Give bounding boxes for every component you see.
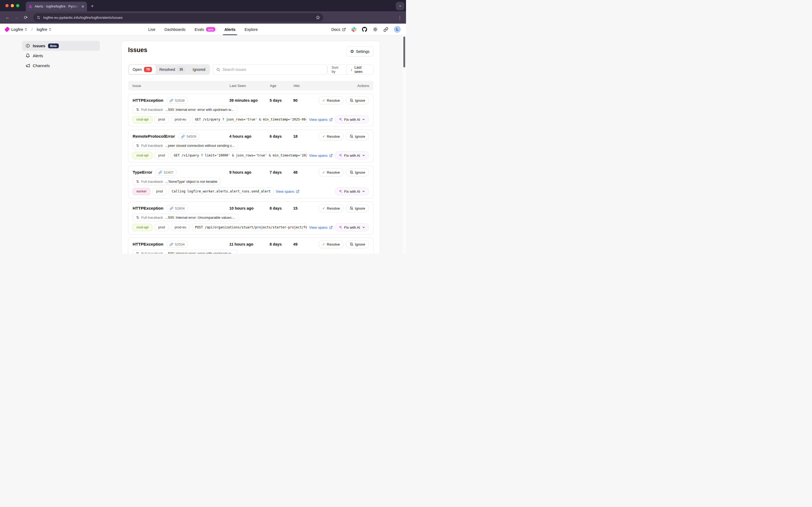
bell-slash-icon [349, 170, 354, 174]
docs-link[interactable]: Docs [331, 27, 346, 32]
sidebar: IssuesBetaAlertsChannels [22, 41, 100, 71]
issues-panel: Issues ⚙ Settings Open79Resolved35Ignore… [121, 41, 380, 253]
browser-menu-icon[interactable]: ⋮ [398, 15, 402, 20]
ignore-button[interactable]: Ignore [346, 168, 369, 176]
fix-with-ai-button[interactable]: Fix with AI [335, 115, 369, 123]
github-icon[interactable] [362, 27, 367, 32]
search-input[interactable] [223, 67, 324, 72]
nav-item-label: Alerts [224, 27, 235, 32]
fix-with-ai-button[interactable]: Fix with AI [335, 187, 369, 195]
sidebar-item-label: Channels [33, 63, 50, 68]
minimize-window-button[interactable] [11, 4, 14, 7]
back-button[interactable]: ← [4, 15, 11, 20]
sidebar-item-issues[interactable]: IssuesBeta [22, 41, 100, 51]
full-traceback-toggle[interactable]: ⇅ Full traceback ...500: internal error:… [132, 106, 237, 113]
tag-prod: prod [154, 152, 169, 159]
view-spans-link[interactable]: View spans [309, 154, 333, 158]
tab-search-button[interactable] [396, 2, 404, 10]
issue-name[interactable]: HTTPException [132, 98, 164, 103]
nav-item-evals[interactable]: Evalsbeta [195, 23, 215, 35]
bookmark-star-icon[interactable] [316, 15, 320, 19]
tag-prod: prod [154, 116, 169, 123]
chevron-down-icon [398, 4, 402, 8]
tab-resolved[interactable]: Resolved35 [156, 65, 189, 74]
full-traceback-toggle[interactable]: ⇅ Full traceback ...'NoneType' object is… [132, 178, 221, 185]
nav-item-label: Evals [195, 27, 204, 32]
full-traceback-toggle[interactable]: ⇅ Full traceback ...peer closed connecti… [132, 142, 238, 149]
ignore-label: Ignore [355, 99, 365, 103]
tag-prod-eu: prod-eu [171, 116, 190, 123]
org-selector[interactable]: Logfire [11, 27, 28, 32]
sort-control: Sort by ↓Last seen [327, 64, 374, 75]
theme-toggle-sun-icon[interactable] [373, 27, 378, 32]
view-spans-link[interactable]: View spans [276, 189, 300, 193]
tab-ignored[interactable]: Ignored [189, 65, 209, 74]
settings-label: Settings [356, 49, 370, 54]
url-bar[interactable]: logfire-eu.pydantic.info/logfire/logfire… [33, 13, 323, 22]
sidebar-item-channels[interactable]: Channels [22, 61, 100, 71]
site-info-icon[interactable] [37, 15, 41, 19]
full-traceback-toggle[interactable]: ⇅ Full traceback ...500: internal error:… [132, 249, 237, 253]
resolve-button[interactable]: ✓ Resolve [319, 240, 344, 248]
sort-value-button[interactable]: ↓Last seen [347, 65, 373, 74]
external-link-icon [329, 154, 333, 157]
scrollbar-track[interactable] [402, 36, 406, 253]
view-spans-link[interactable]: View spans [309, 118, 333, 122]
user-avatar[interactable]: L [394, 26, 400, 33]
ignore-button[interactable]: Ignore [346, 96, 369, 104]
issue-name[interactable]: HTTPException [132, 206, 164, 211]
reload-button[interactable]: ⟳ [22, 15, 30, 20]
issue-id-link[interactable]: 52804 [166, 205, 188, 212]
issue-id-link[interactable]: 54509 [178, 133, 200, 140]
breadcrumb-separator: / [32, 27, 33, 32]
issue-name[interactable]: TypeError [132, 170, 152, 175]
new-tab-button[interactable]: + [91, 3, 94, 9]
issue-id-link[interactable]: 52407 [155, 169, 177, 176]
settings-button[interactable]: ⚙ Settings [346, 46, 374, 56]
view-spans-link[interactable]: View spans [309, 225, 333, 229]
chevron-down-icon [362, 190, 365, 193]
issue-name[interactable]: RemoteProtocolError [132, 134, 175, 139]
nav-item-alerts[interactable]: Alerts [224, 23, 235, 35]
fix-with-ai-button[interactable]: Fix with AI [335, 223, 369, 231]
issue-id-link[interactable]: 52534 [166, 241, 188, 248]
full-traceback-toggle[interactable]: ⇅ Full traceback ...500: Internal error:… [132, 214, 239, 221]
nav-item-explore[interactable]: Explore [245, 23, 258, 35]
column-actions: Actions [358, 84, 369, 88]
sidebar-item-alerts[interactable]: Alerts [22, 51, 100, 61]
fix-with-ai-button[interactable]: Fix with AI [335, 151, 369, 159]
tab-close-icon[interactable]: ✕ [82, 5, 84, 9]
tab-open[interactable]: Open79 [129, 65, 156, 74]
close-window-button[interactable] [5, 4, 9, 7]
resolve-button[interactable]: ✓ Resolve [319, 132, 344, 140]
ignore-button[interactable]: Ignore [346, 240, 369, 248]
tag-worker: worker [132, 188, 150, 195]
issue-row: TypeError 52407 9 hours ago 7 days 48 ✓ … [128, 166, 374, 199]
sidebar-item-label: Alerts [33, 53, 43, 58]
url-text[interactable]: logfire-eu.pydantic.info/logfire/logfire… [43, 15, 313, 19]
project-selector[interactable]: logfire [37, 27, 52, 32]
ignore-button[interactable]: Ignore [346, 132, 369, 140]
issue-name[interactable]: HTTPException [132, 242, 164, 247]
scrollbar-thumb[interactable] [403, 37, 405, 67]
issue-span-code: Calling logfire_worker.alerts.alert_runs… [169, 187, 274, 195]
resolve-button[interactable]: ✓ Resolve [319, 204, 344, 212]
forward-button[interactable]: → [13, 15, 20, 20]
slack-icon[interactable] [351, 27, 356, 32]
nav-item-label: Dashboards [165, 27, 185, 32]
nav-item-dashboards[interactable]: Dashboards [165, 23, 185, 35]
tag-prod: prod [153, 188, 167, 195]
resolve-button[interactable]: ✓ Resolve [319, 96, 344, 104]
issue-id-link[interactable]: 52638 [166, 97, 188, 104]
browser-tab[interactable]: Alerts · logfire/logfire · Pydant ✕ [26, 2, 87, 11]
resolve-button[interactable]: ✓ Resolve [319, 168, 344, 176]
issue-row: HTTPException 52804 10 hours ago 8 days … [128, 202, 374, 234]
nav-item-live[interactable]: Live [148, 23, 156, 35]
ignore-button[interactable]: Ignore [346, 204, 369, 212]
zoom-window-button[interactable] [16, 4, 19, 7]
search-box[interactable] [213, 64, 327, 75]
tab-label: Resolved [160, 67, 175, 72]
share-link-icon[interactable] [383, 27, 388, 32]
logfire-logo [4, 26, 10, 32]
external-link-icon [342, 27, 346, 32]
